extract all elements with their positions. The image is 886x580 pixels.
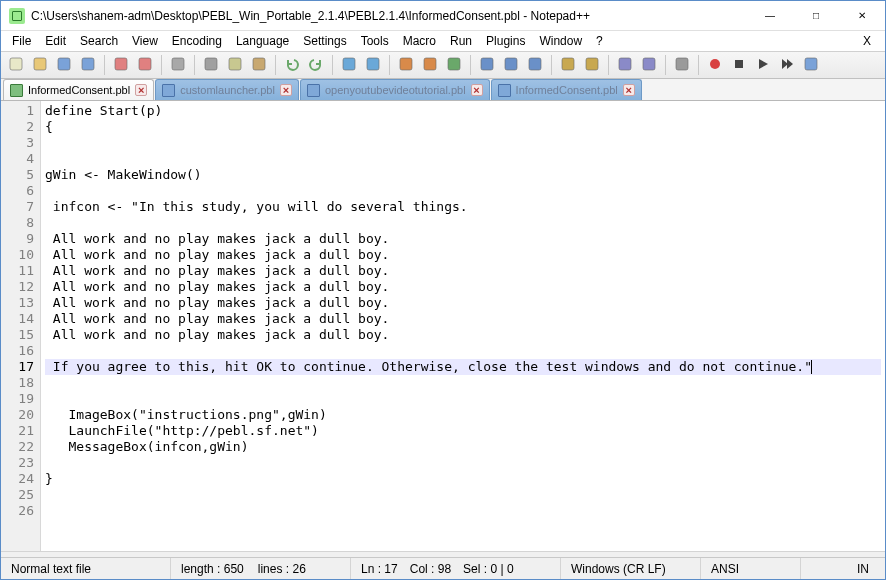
minimize-button[interactable]: — [747,1,793,31]
menu-item-search[interactable]: Search [73,32,125,50]
copy-icon [227,56,243,75]
code-line[interactable] [45,391,881,407]
zoom-in-button[interactable] [395,54,417,76]
redo-button[interactable] [305,54,327,76]
status-insert-mode: IN [801,558,885,579]
doc-map-button[interactable] [638,54,660,76]
indent-guide-button[interactable] [524,54,546,76]
code-line[interactable] [45,183,881,199]
folder-doc-button[interactable] [581,54,603,76]
menu-item-edit[interactable]: Edit [38,32,73,50]
stop-button[interactable] [728,54,750,76]
paste-button[interactable] [248,54,270,76]
svg-rect-0 [10,58,22,70]
menu-item-window[interactable]: Window [532,32,589,50]
code-line[interactable]: All work and no play makes jack a dull b… [45,263,881,279]
new-file-button[interactable] [5,54,27,76]
code-line[interactable] [45,455,881,471]
undo-button[interactable] [281,54,303,76]
code-line[interactable]: All work and no play makes jack a dull b… [45,311,881,327]
svg-rect-8 [229,58,241,70]
code-line[interactable]: infcon <- "In this study, you will do se… [45,199,881,215]
code-line[interactable]: All work and no play makes jack a dull b… [45,327,881,343]
code-line[interactable]: ImageBox("instructions.png",gWin) [45,407,881,423]
tab-1[interactable]: customlauncher.pbl× [155,79,299,100]
code-line[interactable] [45,487,881,503]
code-line[interactable] [45,375,881,391]
menu-item-settings[interactable]: Settings [296,32,353,50]
monitor-button[interactable] [671,54,693,76]
show-all-button[interactable] [500,54,522,76]
code-line[interactable] [45,151,881,167]
sync-button[interactable] [443,54,465,76]
maximize-button[interactable]: □ [793,1,839,31]
save-button[interactable] [53,54,75,76]
tab-3[interactable]: InformedConsent.pbl× [491,79,642,100]
toolbar-separator [194,55,195,75]
tab-2[interactable]: openyoutubevideotutorial.pbl× [300,79,490,100]
open-file-button[interactable] [29,54,51,76]
print-button[interactable] [167,54,189,76]
menu-item-plugins[interactable]: Plugins [479,32,532,50]
lang-udl-button[interactable] [557,54,579,76]
menu-item-file[interactable]: File [5,32,38,50]
save-all-button[interactable] [77,54,99,76]
tab-0[interactable]: InformedConsent.pbl× [3,79,154,100]
menu-item-run[interactable]: Run [443,32,479,50]
tab-close-icon[interactable]: × [623,84,635,96]
close-button[interactable]: ✕ [839,1,885,31]
function-list-icon [617,56,633,75]
code-line[interactable] [45,343,881,359]
code-line[interactable]: } [45,471,881,487]
close-all-icon [137,56,153,75]
tab-close-icon[interactable]: × [135,84,147,96]
close-button[interactable] [110,54,132,76]
replace-button[interactable] [362,54,384,76]
record-button[interactable] [704,54,726,76]
copy-button[interactable] [224,54,246,76]
find-button[interactable] [338,54,360,76]
svg-rect-24 [735,60,743,68]
function-list-button[interactable] [614,54,636,76]
cut-button[interactable] [200,54,222,76]
menu-item-language[interactable]: Language [229,32,296,50]
line-number: 13 [1,295,34,311]
line-number: 24 [1,471,34,487]
doc-map-icon [641,56,657,75]
code-line[interactable]: All work and no play makes jack a dull b… [45,247,881,263]
code-line[interactable] [45,135,881,151]
play-button[interactable] [752,54,774,76]
code-line[interactable]: gWin <- MakeWindow() [45,167,881,183]
close-all-button[interactable] [134,54,156,76]
menu-item-tools[interactable]: Tools [354,32,396,50]
save-macro-button[interactable] [800,54,822,76]
svg-rect-2 [58,58,70,70]
code-line[interactable] [45,215,881,231]
code-line[interactable]: { [45,119,881,135]
line-number: 2 [1,119,34,135]
svg-rect-16 [505,58,517,70]
code-line[interactable] [45,503,881,519]
tab-close-icon[interactable]: × [280,84,292,96]
code-line[interactable]: All work and no play makes jack a dull b… [45,295,881,311]
code-line[interactable]: LaunchFile("http://pebl.sf.net") [45,423,881,439]
line-number: 12 [1,279,34,295]
zoom-out-icon [422,56,438,75]
menu-item-macro[interactable]: Macro [396,32,443,50]
code-line[interactable]: define Start(p) [45,103,881,119]
menu-item-help[interactable]: ? [589,32,610,50]
code-line[interactable]: If you agree to this, hit OK to continue… [45,359,881,375]
play-multi-button[interactable] [776,54,798,76]
menu-item-encoding[interactable]: Encoding [165,32,229,50]
code-area[interactable]: define Start(p){gWin <- MakeWindow() inf… [41,101,885,551]
code-line[interactable]: All work and no play makes jack a dull b… [45,279,881,295]
code-line[interactable]: MessageBox(infcon,gWin) [45,439,881,455]
code-line[interactable]: All work and no play makes jack a dull b… [45,231,881,247]
url-link[interactable]: http://pebl.sf.net [162,423,303,438]
zoom-out-button[interactable] [419,54,441,76]
menu-item-view[interactable]: View [125,32,165,50]
word-wrap-button[interactable] [476,54,498,76]
tab-close-icon[interactable]: × [471,84,483,96]
line-number: 9 [1,231,34,247]
menubar-close-doc[interactable]: X [853,32,881,50]
